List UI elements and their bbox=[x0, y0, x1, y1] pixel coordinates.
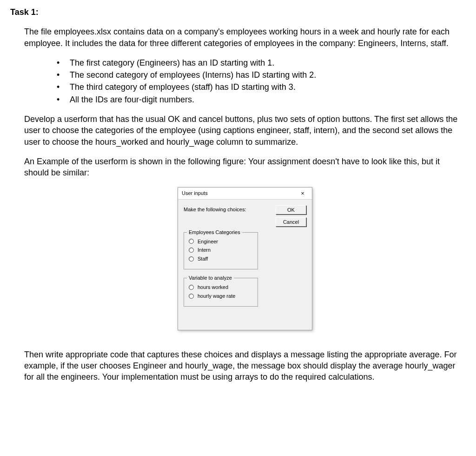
task-heading: Task 1: bbox=[10, 7, 466, 18]
cancel-button[interactable]: Cancel bbox=[276, 217, 306, 227]
example-paragraph: An Example of the userform is shown in t… bbox=[24, 156, 466, 179]
dialog-instruction-label: Make the following choices: bbox=[184, 205, 246, 213]
bullet-list: The first category (Engineers) has an ID… bbox=[57, 57, 466, 105]
close-icon[interactable]: × bbox=[296, 189, 309, 197]
radio-icon bbox=[189, 239, 194, 244]
closing-paragraph: Then write appropriate code that capture… bbox=[24, 349, 466, 383]
radio-hourly-wage-rate[interactable]: hourly wage rate bbox=[189, 293, 253, 300]
list-item: The first category (Engineers) has an ID… bbox=[57, 57, 466, 68]
radio-icon bbox=[189, 294, 194, 299]
dialog-title: User inputs bbox=[182, 190, 208, 197]
radio-staff[interactable]: Staff bbox=[189, 255, 253, 262]
ok-button[interactable]: OK bbox=[276, 205, 306, 215]
group-legend: Variable to analyze bbox=[187, 275, 234, 282]
radio-icon bbox=[189, 285, 194, 290]
radio-icon bbox=[189, 256, 194, 262]
radio-icon bbox=[189, 248, 194, 253]
radio-intern[interactable]: Intern bbox=[189, 247, 253, 254]
radio-label: Intern bbox=[198, 247, 211, 254]
group-variable-to-analyze: Variable to analyze hours worked hourly … bbox=[184, 278, 258, 307]
radio-label: hours worked bbox=[198, 284, 228, 291]
list-item: All the IDs are four-digit numbers. bbox=[57, 94, 466, 105]
list-item: The third category of employees (staff) … bbox=[57, 81, 466, 93]
radio-engineer[interactable]: Engineer bbox=[189, 238, 253, 245]
userform-dialog: User inputs × Make the following choices… bbox=[178, 187, 312, 330]
list-item: The second category of employees (Intern… bbox=[57, 69, 466, 80]
radio-label: Engineer bbox=[198, 238, 218, 245]
radio-label: Staff bbox=[198, 255, 208, 262]
intro-paragraph: The file employees.xlsx contains data on… bbox=[24, 26, 466, 49]
group-legend: Employees Categories bbox=[187, 229, 242, 236]
dialog-titlebar: User inputs × bbox=[178, 188, 312, 200]
group-employees-categories: Employees Categories Engineer Intern Sta… bbox=[184, 232, 258, 270]
radio-label: hourly wage rate bbox=[198, 293, 235, 300]
develop-paragraph: Develop a userform that has the usual OK… bbox=[24, 114, 466, 148]
dialog-body: Make the following choices: OK Cancel Em… bbox=[178, 200, 312, 330]
radio-hours-worked[interactable]: hours worked bbox=[189, 284, 253, 291]
